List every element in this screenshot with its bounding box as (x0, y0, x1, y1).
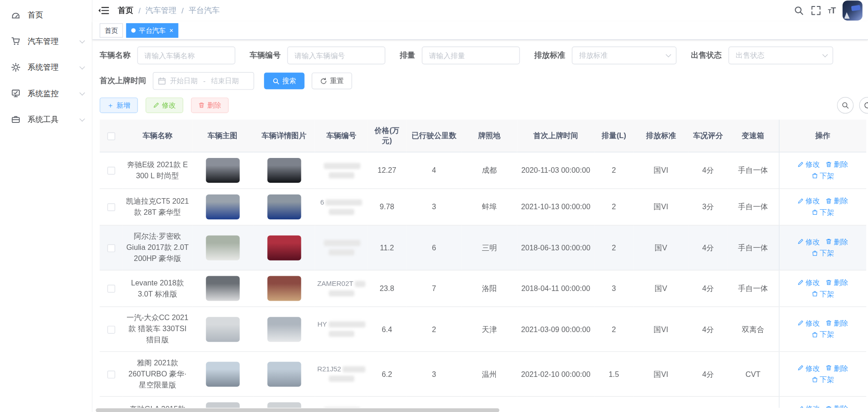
row-edit-link[interactable]: 修改 (797, 236, 820, 247)
row-edit-link[interactable]: 修改 (797, 318, 820, 328)
row-offshelf-label: 下架 (820, 288, 834, 299)
sidebar-item-system-management[interactable]: 系统管理 (0, 55, 92, 80)
close-icon[interactable]: × (169, 27, 173, 33)
row-edit-link[interactable]: 修改 (797, 159, 820, 170)
col-actions: 操作 (779, 120, 867, 152)
toggle-search-button[interactable] (837, 97, 854, 114)
row-delete-link[interactable]: 删除 (826, 318, 848, 328)
toolbox-icon (11, 115, 20, 124)
edit-button[interactable]: 修改 (145, 97, 183, 113)
col-first-registration: 首次上牌时间 (517, 120, 594, 152)
row-delete-link[interactable]: 删除 (826, 236, 848, 247)
row-checkbox[interactable] (108, 370, 115, 378)
vehicle-emission: 国V (633, 225, 688, 270)
sale-status-select[interactable]: 出售状态 (729, 47, 833, 64)
vehicle-plate-city: 天津 (461, 307, 517, 351)
vehicle-km: 6 (407, 225, 462, 270)
pen-icon (797, 198, 804, 204)
vehicle-name-input[interactable] (138, 47, 235, 64)
vehicle-main-photo[interactable] (206, 158, 239, 183)
vehicle-detail-photo[interactable] (267, 317, 301, 342)
row-offshelf-link[interactable]: 下架 (811, 207, 834, 218)
calendar-icon (158, 77, 166, 85)
row-delete-link[interactable]: 删除 (826, 159, 848, 170)
table-body: 奔驰E级 2021款 E 300 L 时尚型 12.27 4 成都 2020-1… (100, 152, 866, 409)
sale-status-label: 出售状态 (691, 50, 722, 61)
row-delete-link[interactable]: 删除 (826, 277, 848, 288)
row-edit-link[interactable]: 修改 (797, 277, 820, 288)
row-edit-link[interactable]: 修改 (797, 195, 820, 206)
vehicle-detail-photo[interactable] (267, 235, 301, 260)
redaction-blur (324, 240, 360, 246)
displacement-input[interactable] (422, 47, 520, 64)
select-all-checkbox[interactable] (108, 132, 115, 140)
row-offshelf-link[interactable]: 下架 (811, 170, 834, 181)
sidebar-item-system-tools[interactable]: 系统工具 (0, 106, 92, 132)
col-plate-city: 牌照地 (461, 120, 517, 152)
chevron-down-icon (79, 116, 85, 121)
row-edit-label: 修改 (806, 277, 820, 288)
redaction-blur (329, 331, 354, 337)
emission-standard-select[interactable]: 排放标准 (572, 47, 676, 64)
row-checkbox[interactable] (108, 326, 115, 333)
gear-icon (11, 63, 20, 72)
date-range-picker[interactable]: 开始日期 - 结束日期 (153, 72, 254, 90)
vehicle-code-redacted: 6 (317, 198, 365, 217)
search-icon[interactable] (794, 6, 804, 16)
tab-label: 平台汽车 (139, 24, 166, 37)
fullscreen-icon[interactable] (811, 6, 821, 16)
tab-platform-cars[interactable]: 平台汽车 × (126, 23, 179, 37)
pen-icon (797, 279, 804, 285)
refresh-table-button[interactable] (859, 97, 868, 114)
row-delete-link[interactable]: 删除 (826, 195, 848, 206)
vehicle-score: 4分 (688, 270, 727, 307)
row-checkbox[interactable] (108, 204, 115, 212)
scrollbar-thumb[interactable] (96, 408, 499, 412)
col-gearbox: 变速箱 (727, 120, 779, 152)
vehicle-main-photo[interactable] (206, 276, 239, 301)
row-delete-label: 删除 (834, 277, 848, 288)
row-offshelf-label: 下架 (820, 248, 834, 258)
col-detail-photo: 车辆详情图片 (253, 120, 315, 152)
sidebar-item-car-management[interactable]: 汽车管理 (0, 28, 92, 54)
vehicle-name: 一汽-大众CC 2021款 猎装车 330TSI 猎目版 (125, 313, 190, 346)
vehicle-plate-city: 洛阳 (461, 270, 517, 307)
col-emission: 排放标准 (633, 120, 688, 152)
font-size-icon[interactable]: TT (828, 6, 835, 16)
vehicle-displacement: 1.5 (594, 351, 633, 396)
vehicle-name: 阿尔法·罗密欧 Giulia 2017款 2.0T 200HP 豪华版 (125, 231, 190, 264)
row-checkbox[interactable] (108, 244, 115, 252)
vehicle-main-photo[interactable] (206, 194, 239, 219)
vehicle-km: 7 (407, 270, 462, 307)
sidebar-item-system-monitor[interactable]: 系统监控 (0, 80, 92, 106)
search-button[interactable]: 搜索 (264, 73, 305, 89)
breadcrumb-home[interactable]: 首页 (118, 6, 134, 16)
delete-button[interactable]: 删除 (191, 97, 228, 113)
vehicle-emission: 国VI (633, 152, 688, 188)
row-offshelf-label: 下架 (820, 374, 834, 385)
reset-button[interactable]: 重置 (311, 73, 352, 89)
user-avatar[interactable] (843, 0, 862, 20)
row-offshelf-link[interactable]: 下架 (811, 374, 834, 385)
vehicle-main-photo[interactable] (206, 362, 239, 387)
vehicle-detail-photo[interactable] (267, 158, 301, 183)
vehicle-detail-photo[interactable] (267, 194, 301, 219)
vehicle-main-photo[interactable] (206, 317, 239, 342)
sidebar-fold-icon[interactable] (97, 6, 109, 16)
add-button[interactable]: ＋ 新增 (100, 97, 138, 113)
row-delete-link[interactable]: 删除 (826, 363, 848, 373)
row-offshelf-link[interactable]: 下架 (811, 329, 834, 340)
vehicle-code-input[interactable] (287, 47, 385, 64)
vehicle-detail-photo[interactable] (267, 362, 301, 387)
sidebar-item-home[interactable]: 首页 (0, 2, 92, 28)
row-checkbox[interactable] (108, 285, 115, 293)
vehicle-main-photo[interactable] (206, 235, 239, 260)
vehicle-first-registration: 2018-06-13 00:00:00 (517, 225, 594, 270)
tab-home[interactable]: 首页 (100, 23, 123, 37)
sidebar-item-label: 汽车管理 (28, 36, 80, 47)
row-offshelf-link[interactable]: 下架 (811, 248, 834, 258)
row-edit-link[interactable]: 修改 (797, 363, 820, 373)
row-checkbox[interactable] (108, 167, 115, 175)
row-offshelf-link[interactable]: 下架 (811, 288, 834, 299)
vehicle-detail-photo[interactable] (267, 276, 301, 301)
